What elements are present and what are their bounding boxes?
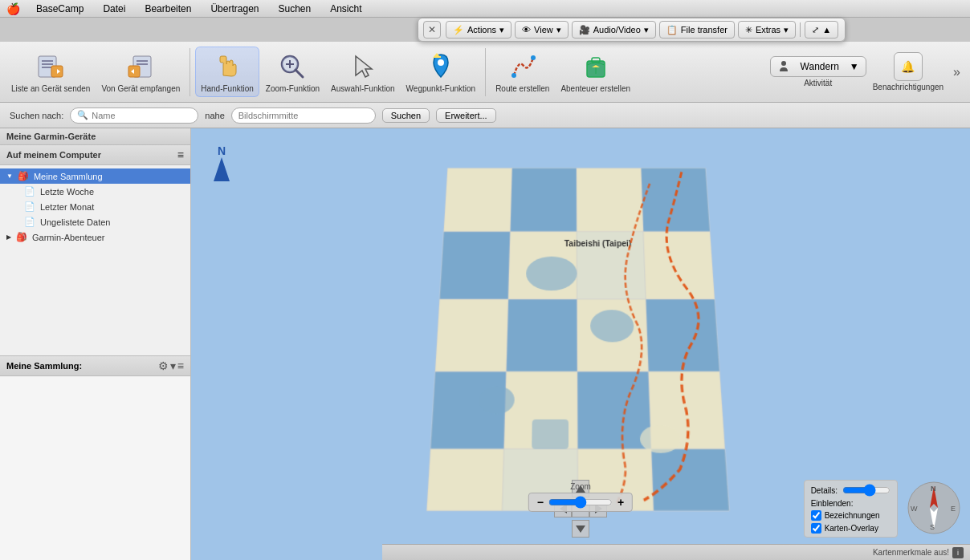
devices-header: Meine Garmin-Geräte <box>0 128 190 145</box>
bezeichnungen-checkbox[interactable] <box>811 510 821 521</box>
waypoint-button[interactable]: Wegpunkt-Funktion <box>401 47 481 96</box>
zoom-plus-button[interactable]: + <box>617 496 624 509</box>
send-list-label: Liste an Gerät senden <box>11 84 90 93</box>
collection-actions: ⚙ ▾ ≡ <box>158 359 184 372</box>
triangle-expand-icon: ▼ <box>6 172 13 180</box>
search-bar: Suchen nach: 🔍 nahe Suchen Erweitert... <box>0 103 970 128</box>
menu-ansicht[interactable]: Ansicht <box>327 2 365 16</box>
collection-header-label: Meine Sammlung: <box>6 361 82 371</box>
zoom-label: Zoom <box>570 482 591 491</box>
search-location-input-wrapper <box>231 108 376 124</box>
collection-header: Meine Sammlung: ⚙ ▾ ≡ <box>0 355 190 376</box>
sidebar-item-lastweek[interactable]: 📄 Letzte Woche <box>0 184 190 199</box>
svg-text:E: E <box>951 505 956 513</box>
svg-text:S: S <box>930 523 935 531</box>
apple-menu[interactable]: 🍎 <box>6 2 20 15</box>
svg-point-20 <box>511 73 516 78</box>
einblenden-label: Einblenden: <box>811 499 854 508</box>
actions-button[interactable]: ⚡ Actions ▾ <box>446 21 511 39</box>
collection-arrow-button[interactable]: ▾ <box>170 359 176 372</box>
svg-rect-35 <box>435 299 508 371</box>
remote-toolbar: ✕ ⚡ Actions ▾ 👁 View ▾ 🎥 Audio/Video ▾ 📋… <box>418 18 846 42</box>
menu-datei[interactable]: Datei <box>100 2 128 16</box>
sidebar-item-collection[interactable]: ▼ 🎒 Meine Sammlung <box>0 168 190 184</box>
search-name-input-wrapper: 🔍 <box>70 108 198 124</box>
audiovideo-button[interactable]: 🎥 Audio/Video ▾ <box>572 21 656 39</box>
sidebar-tree: ▼ 🎒 Meine Sammlung 📄 Letzte Woche 📄 Letz… <box>0 165 190 355</box>
activity-value: Wandern <box>801 61 839 72</box>
hand-function-button[interactable]: Hand-Funktion <box>195 47 259 97</box>
menu-bar: 🍎 BaseCamp Datei Bearbeiten Übertragen S… <box>0 0 970 18</box>
sidebar-item-unlisted[interactable]: 📄 Ungelistete Daten <box>0 214 190 229</box>
route-button[interactable]: Route erstellen <box>491 47 554 96</box>
collection-content <box>0 376 190 560</box>
notifications-button[interactable]: 🔔 <box>894 52 923 81</box>
search-name-input[interactable] <box>92 111 188 120</box>
details-panel: Details: Einblenden: Bezeichnungen Karte… <box>804 480 898 538</box>
notifications-label: Benachrichtigungen <box>873 83 944 91</box>
collection-settings-button[interactable]: ⚙ <box>158 359 169 372</box>
svg-point-25 <box>781 61 786 66</box>
maximize-icon: ⤢ <box>812 25 819 35</box>
details-label: Details: <box>811 486 838 495</box>
nav-down-button[interactable] <box>572 520 589 538</box>
sidebar-item-garmin-adventure[interactable]: ▶ 🎒 Garmin-Abenteuer <box>0 229 190 245</box>
zoom-function-button[interactable]: Zoom-Funktion <box>261 47 324 96</box>
waypoint-icon <box>425 51 457 83</box>
svg-rect-34 <box>643 232 715 299</box>
extras-arrow-icon: ▾ <box>784 25 789 35</box>
zoom-label: Zoom-Funktion <box>266 84 320 93</box>
doc-icon-lastweek: 📄 <box>24 186 35 197</box>
garmin-adventure-label: Garmin-Abenteuer <box>32 233 105 242</box>
menu-suchen[interactable]: Suchen <box>275 2 314 16</box>
search-button[interactable]: Suchen <box>382 108 430 123</box>
sidebar-item-lastmonth[interactable]: 📄 Letzter Monat <box>0 199 190 214</box>
menu-basecamp[interactable]: BaseCamp <box>33 2 87 16</box>
route-icon <box>507 51 539 83</box>
extended-search-button[interactable]: Erweitert... <box>436 108 496 123</box>
view-button[interactable]: 👁 View ▾ <box>515 21 569 39</box>
lastweek-label: Letzte Woche <box>40 187 94 197</box>
remote-close-button[interactable]: ✕ <box>423 21 441 39</box>
svg-rect-38 <box>646 299 719 371</box>
karten-overlay-checkbox[interactable] <box>811 523 821 534</box>
down-arrow-icon <box>576 526 585 533</box>
map-area[interactable]: N <box>191 128 970 560</box>
karten-overlay-row: Karten-Overlay <box>811 523 891 534</box>
menu-bearbeiten[interactable]: Bearbeiten <box>141 2 194 16</box>
send-list-button[interactable]: Liste an Gerät senden <box>6 47 95 96</box>
select-function-button[interactable]: Auswahl-Funktion <box>326 47 399 96</box>
collection-label: Meine Sammlung <box>34 172 103 181</box>
sidebar: Meine Garmin-Geräte Auf meinem Computer … <box>0 128 191 560</box>
details-slider[interactable] <box>842 484 891 497</box>
zoom-slider[interactable] <box>548 497 613 507</box>
svg-rect-28 <box>510 168 577 232</box>
collection-list-button[interactable]: ≡ <box>177 359 184 372</box>
karten-overlay-label: Karten-Overlay <box>825 524 878 533</box>
toolbar-right: Wandern ▼ Aktivität 🔔 Benachrichtigungen… <box>770 52 964 91</box>
zoom-icon <box>276 51 308 83</box>
zoom-minus-button[interactable]: − <box>537 496 544 509</box>
svg-rect-43 <box>426 449 503 511</box>
search-location-input[interactable] <box>238 111 359 120</box>
svg-point-21 <box>531 55 536 60</box>
menu-uebertragen[interactable]: Übertragen <box>207 2 262 16</box>
filetransfer-button[interactable]: 📋 File transfer <box>659 21 735 39</box>
bell-icon: 🔔 <box>901 60 915 73</box>
receive-button[interactable]: Von Gerät empfangen <box>96 47 185 96</box>
search-icon: 🔍 <box>77 110 88 120</box>
map-display[interactable]: Taibeishi (Taipei) <box>397 160 740 521</box>
lightning-icon: ⚡ <box>453 25 464 35</box>
toolbar-overflow-button[interactable]: » <box>950 62 964 83</box>
star-icon: ✳ <box>745 25 752 35</box>
computer-header-label: Auf meinem Computer <box>6 150 101 160</box>
lastmonth-label: Letzter Monat <box>40 202 94 212</box>
receive-label: Von Gerät empfangen <box>101 84 180 93</box>
person-icon <box>777 60 790 73</box>
extras-button[interactable]: ✳ Extras ▾ <box>738 21 796 39</box>
maximize-button[interactable]: ⤢ ▲ <box>805 21 838 39</box>
route-label: Route erstellen <box>495 84 549 93</box>
adventure-button[interactable]: Abenteuer erstellen <box>556 47 635 96</box>
activity-select[interactable]: Wandern ▼ <box>770 56 866 77</box>
svg-text:W: W <box>911 505 918 513</box>
